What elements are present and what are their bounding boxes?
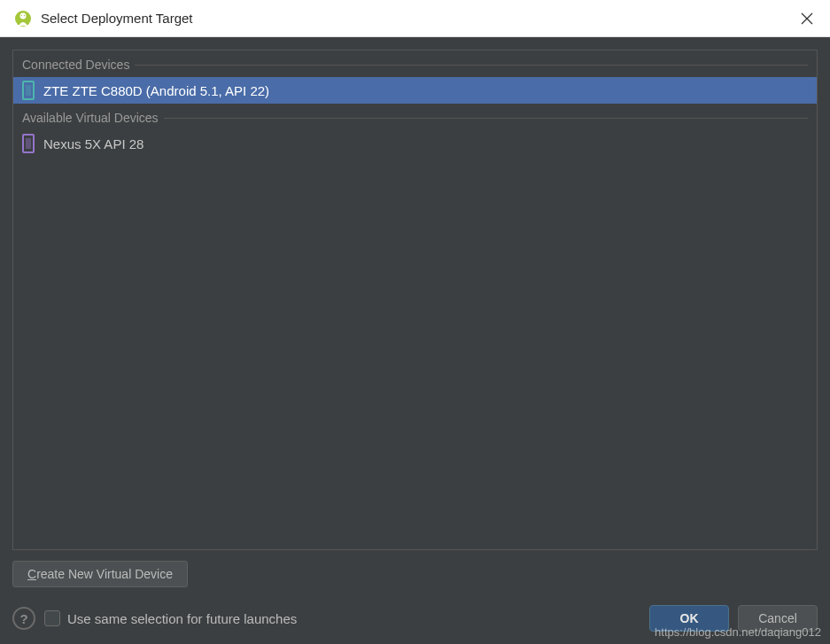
cancel-label: Cancel <box>758 611 797 625</box>
content-area: Connected Devices ZTE ZTE C880D (Android… <box>0 37 830 644</box>
button-label-rest: reate New Virtual Device <box>36 567 173 581</box>
device-item-zte[interactable]: ZTE ZTE C880D (Android 5.1, API 22) <box>13 77 817 104</box>
svg-point-3 <box>24 14 25 15</box>
connected-devices-label: Connected Devices <box>22 58 129 72</box>
mnemonic: C <box>27 567 36 581</box>
phone-icon <box>22 81 35 100</box>
bottom-bar: ? Use same selection for future launches… <box>12 605 818 632</box>
close-icon <box>801 12 813 25</box>
device-label: ZTE ZTE C880D (Android 5.1, API 22) <box>43 83 269 98</box>
virtual-devices-label: Available Virtual Devices <box>22 111 159 125</box>
device-list-panel: Connected Devices ZTE ZTE C880D (Android… <box>12 50 818 550</box>
checkbox-box <box>44 610 60 626</box>
svg-point-2 <box>21 14 22 15</box>
svg-point-1 <box>20 12 27 19</box>
create-virtual-device-button[interactable]: Create New Virtual Device <box>12 561 188 587</box>
connected-devices-header: Connected Devices <box>13 50 817 77</box>
help-icon: ? <box>19 611 27 626</box>
titlebar: Select Deployment Target <box>0 0 830 37</box>
dialog-title: Select Deployment Target <box>41 11 798 26</box>
virtual-devices-header: Available Virtual Devices <box>13 104 817 130</box>
virtual-phone-icon <box>22 134 35 153</box>
cancel-button[interactable]: Cancel <box>738 605 818 632</box>
checkbox-label: Use same selection for future launches <box>67 611 297 626</box>
below-panel: Create New Virtual Device <box>12 561 818 587</box>
help-button[interactable]: ? <box>12 607 35 630</box>
android-studio-icon <box>14 10 32 27</box>
close-button[interactable] <box>798 10 816 27</box>
device-label: Nexus 5X API 28 <box>43 136 144 151</box>
use-same-selection-checkbox[interactable]: Use same selection for future launches <box>44 610 640 626</box>
ok-button[interactable]: OK <box>649 605 729 632</box>
device-item-nexus[interactable]: Nexus 5X API 28 <box>13 130 817 157</box>
ok-label: OK <box>680 611 699 625</box>
